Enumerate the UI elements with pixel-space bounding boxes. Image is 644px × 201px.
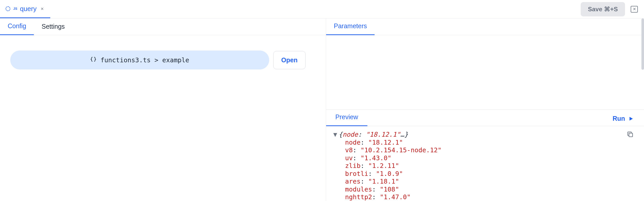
js-badge: JS xyxy=(13,7,17,11)
file-tab-label: query xyxy=(20,5,37,13)
code-braces-icon xyxy=(90,56,96,64)
object-entry: brotli: "1.0.9" xyxy=(333,170,637,178)
right-subtabs-top: Parameters xyxy=(326,18,644,35)
object-entries: node: "18.12.1"v8: "10.2.154.15-node.12"… xyxy=(333,139,637,201)
object-entry: node: "18.12.1" xyxy=(333,139,637,147)
object-entry: nghttp2: "1.47.0" xyxy=(333,193,637,201)
object-entry: modules: "108" xyxy=(333,186,637,194)
save-button[interactable]: Save ⌘+S xyxy=(581,2,625,16)
left-subtabs: Config Settings xyxy=(0,18,326,35)
caret-down-icon[interactable]: ▼ xyxy=(333,131,337,138)
run-button[interactable]: Run xyxy=(610,111,636,126)
copy-icon xyxy=(627,131,634,138)
config-body: functions3.ts > example Open xyxy=(0,35,326,85)
file-tab-query[interactable]: JS query × xyxy=(0,0,50,18)
run-label: Run xyxy=(612,115,625,122)
reload-icon xyxy=(5,6,11,12)
left-pane: Config Settings functions3.ts > example … xyxy=(0,18,326,201)
right-pane: Parameters Preview Run ▼{node: "18.12.1"… xyxy=(326,18,644,201)
close-tab-icon[interactable]: × xyxy=(41,6,44,12)
object-summary-row[interactable]: ▼{node: "18.12.1"…} xyxy=(333,131,637,139)
preview-body: ▼{node: "18.12.1"…} node: "18.12.1"v8: "… xyxy=(326,126,644,201)
object-entry: ares: "1.18.1" xyxy=(333,178,637,186)
main-split: Config Settings functions3.ts > example … xyxy=(0,18,644,201)
object-entry: zlib: "1.2.11" xyxy=(333,162,637,170)
close-panel-button[interactable]: ✕ xyxy=(631,6,638,13)
svg-rect-1 xyxy=(629,133,632,137)
object-entry: v8: "10.2.154.15-node.12" xyxy=(333,146,637,154)
copy-button[interactable] xyxy=(627,131,634,139)
play-icon xyxy=(628,116,634,122)
close-icon: ✕ xyxy=(633,7,636,12)
tab-settings[interactable]: Settings xyxy=(34,18,72,35)
tab-preview[interactable]: Preview xyxy=(326,109,367,126)
tab-config[interactable]: Config xyxy=(0,18,34,35)
top-bar: JS query × Save ⌘+S ✕ xyxy=(0,0,644,18)
scrollbar-thumb[interactable] xyxy=(641,18,644,70)
parameters-body xyxy=(326,35,644,109)
open-button[interactable]: Open xyxy=(273,51,306,69)
preview-header: Preview Run xyxy=(326,109,644,126)
tab-parameters[interactable]: Parameters xyxy=(326,18,375,35)
object-entry: uv: "1.43.0" xyxy=(333,154,637,162)
function-path-text: functions3.ts > example xyxy=(100,56,189,64)
function-path-pill[interactable]: functions3.ts > example xyxy=(10,51,269,69)
svg-point-0 xyxy=(6,7,10,11)
